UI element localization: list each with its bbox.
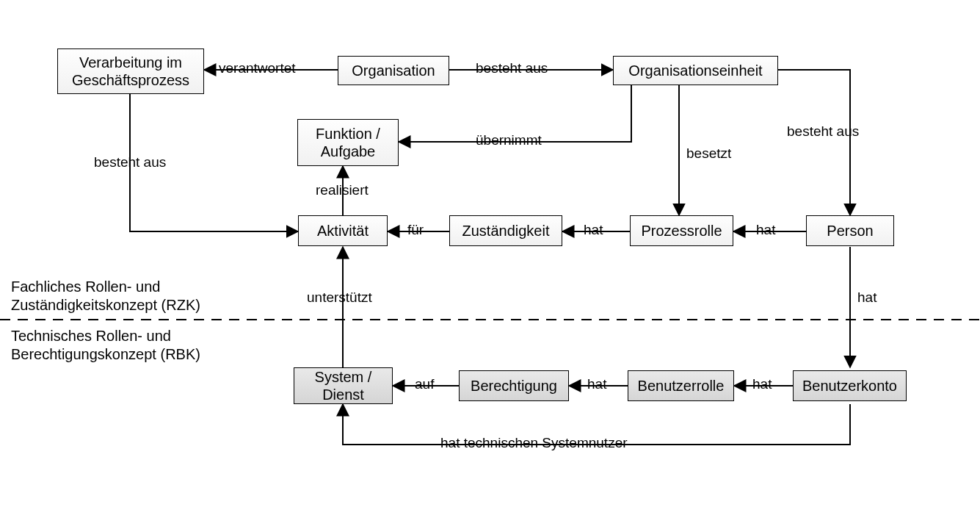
node-benutzerkonto: Benutzerkonto [793,370,907,401]
node-funktion: Funktion / Aufgabe [297,119,399,166]
edge-hat-prozessrolle: hat [584,222,603,238]
edge-besetzt: besetzt [686,145,731,162]
node-organisation: Organisation [338,56,449,85]
edge-hat-benutzerrolle: hat [752,376,772,392]
edge-auf: auf [415,376,434,392]
node-label: System / Dienst [315,368,372,403]
edge-hat-systemnutzer: hat technischen Systemnutzer [440,435,628,451]
edge-besteht-aus-org: besteht aus [476,60,548,76]
node-verarbeitung: Verarbeitung im Geschäftsprozess [57,48,204,94]
node-berechtigung: Berechtigung [459,370,569,401]
node-label: Funktion / Aufgabe [316,125,380,160]
edge-besteht-aus-person: besteht aus [787,123,859,140]
edge-besteht-aus-verarb: besteht aus [94,154,166,170]
node-orgeinheit: Organisationseinheit [613,56,778,85]
node-label: Berechtigung [471,377,557,395]
node-person: Person [806,215,894,246]
edge-realisiert: realisiert [316,182,369,198]
node-label: Aktivität [317,222,369,240]
edge-hat-berechtigung: hat [587,376,606,392]
edge-unterstuetzt: unterstützt [307,290,372,306]
node-aktivitaet: Aktivität [298,215,388,246]
node-label: Organisation [352,62,435,79]
edge-uebernimmt: übernimmt [476,132,542,148]
edge-hat-benutzerkonto: hat [857,290,876,306]
node-zustaendigkeit: Zuständigkeit [449,215,562,246]
node-label: Zuständigkeit [462,222,550,240]
node-prozessrolle: Prozessrolle [630,215,733,246]
node-label: Benutzerkonto [802,377,897,395]
node-systemdienst: System / Dienst [294,367,393,404]
node-label: Prozessrolle [641,222,722,240]
section-lower: Technisches Rollen- und Berechtigungskon… [11,327,200,364]
edge-hat-person: hat [756,222,775,238]
edge-fuer: für [407,222,424,238]
node-label: Benutzerrolle [638,377,725,395]
node-benutzerrolle: Benutzerrolle [628,370,734,401]
node-label: Organisationseinheit [628,62,762,79]
edge-verantwortet: verantwortet [219,60,296,76]
node-label: Verarbeitung im Geschäftsprozess [72,54,189,89]
node-label: Person [827,222,873,240]
section-upper: Fachliches Rollen- und Zuständigkeitskon… [11,278,200,314]
